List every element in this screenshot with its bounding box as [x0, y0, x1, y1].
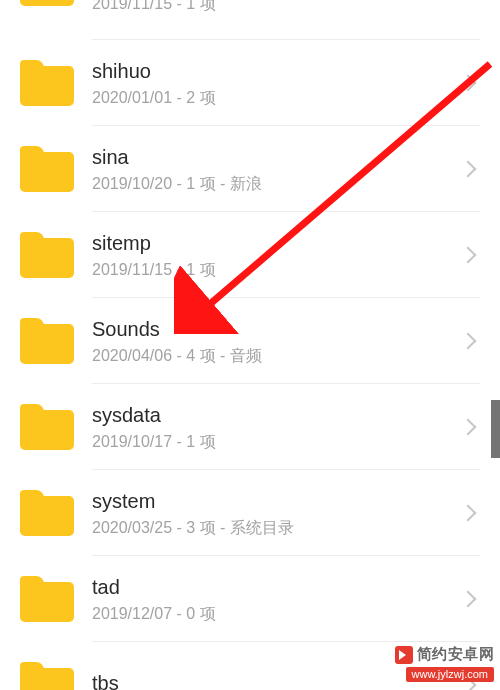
folder-text: tad 2019/12/07 - 0 项 — [92, 575, 462, 624]
folder-row[interactable]: tad 2019/12/07 - 0 项 — [0, 556, 500, 642]
folder-icon — [20, 662, 74, 690]
watermark-url: www.jylzwj.com — [406, 667, 494, 682]
watermark-logo-icon — [395, 646, 413, 664]
folder-meta: 2019/11/15 - 1 项 — [92, 0, 480, 14]
chevron-right-icon — [460, 591, 477, 608]
folder-icon — [20, 60, 74, 106]
folder-row[interactable]: system 2020/03/25 - 3 项 - 系统目录 — [0, 470, 500, 556]
folder-name: sysdata — [92, 403, 462, 428]
folder-meta: 2020/01/01 - 2 项 — [92, 88, 462, 108]
folder-row[interactable]: sina 2019/10/20 - 1 项 - 新浪 — [0, 126, 500, 212]
folder-name: tad — [92, 575, 462, 600]
folder-meta: 2020/04/06 - 4 项 - 音频 — [92, 346, 462, 366]
folder-icon — [20, 318, 74, 364]
folder-text: system 2020/03/25 - 3 项 - 系统目录 — [92, 489, 462, 538]
folder-icon — [20, 490, 74, 536]
folder-meta: 2019/12/07 - 0 项 — [92, 604, 462, 624]
scrollbar-thumb[interactable] — [491, 400, 500, 458]
folder-name: sina — [92, 145, 462, 170]
folder-meta: 2020/03/25 - 3 项 - 系统目录 — [92, 518, 462, 538]
watermark: 简约安卓网 www.jylzwj.com — [395, 645, 495, 682]
folder-row[interactable]: Sounds 2020/04/06 - 4 项 - 音频 — [0, 298, 500, 384]
folder-icon — [20, 0, 74, 6]
folder-icon — [20, 146, 74, 192]
folder-text: sina 2019/10/20 - 1 项 - 新浪 — [92, 145, 462, 194]
folder-meta: 2019/10/17 - 1 项 — [92, 432, 462, 452]
folder-list: 2019/11/15 - 1 项 shihuo 2020/01/01 - 2 项… — [0, 0, 500, 690]
folder-name: shihuo — [92, 59, 462, 84]
folder-row[interactable]: sysdata 2019/10/17 - 1 项 — [0, 384, 500, 470]
folder-text: shihuo 2020/01/01 - 2 项 — [92, 59, 462, 108]
folder-icon — [20, 404, 74, 450]
folder-meta: 2019/10/20 - 1 项 - 新浪 — [92, 174, 462, 194]
folder-row[interactable]: 2019/11/15 - 1 项 — [0, 0, 500, 40]
watermark-title: 简约安卓网 — [417, 645, 495, 664]
chevron-right-icon — [460, 161, 477, 178]
chevron-right-icon — [460, 419, 477, 436]
folder-text: sitemp 2019/11/15 - 1 项 — [92, 231, 462, 280]
folder-meta: 2019/11/15 - 1 项 — [92, 260, 462, 280]
folder-row[interactable]: sitemp 2019/11/15 - 1 项 — [0, 212, 500, 298]
chevron-right-icon — [460, 333, 477, 350]
folder-text: Sounds 2020/04/06 - 4 项 - 音频 — [92, 317, 462, 366]
folder-icon — [20, 232, 74, 278]
folder-name: Sounds — [92, 317, 462, 342]
chevron-right-icon — [460, 247, 477, 264]
chevron-right-icon — [460, 505, 477, 522]
folder-text: sysdata 2019/10/17 - 1 项 — [92, 403, 462, 452]
folder-icon — [20, 576, 74, 622]
folder-text: 2019/11/15 - 1 项 — [92, 0, 480, 14]
folder-name: system — [92, 489, 462, 514]
folder-row[interactable]: shihuo 2020/01/01 - 2 项 — [0, 40, 500, 126]
folder-name: sitemp — [92, 231, 462, 256]
chevron-right-icon — [460, 75, 477, 92]
